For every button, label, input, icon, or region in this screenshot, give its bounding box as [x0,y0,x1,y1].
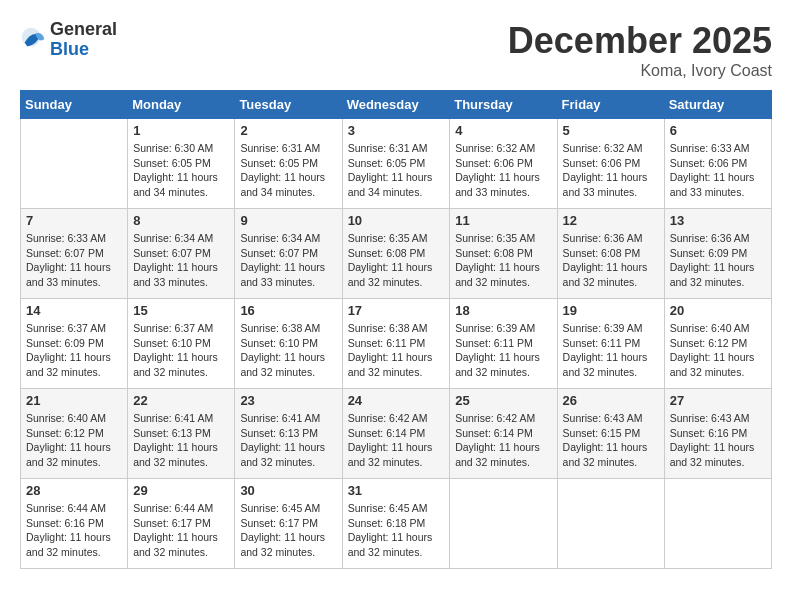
day-cell: 6Sunrise: 6:33 AMSunset: 6:06 PMDaylight… [664,119,771,209]
day-cell: 16Sunrise: 6:38 AMSunset: 6:10 PMDayligh… [235,299,342,389]
day-number: 28 [26,483,122,498]
day-cell: 23Sunrise: 6:41 AMSunset: 6:13 PMDayligh… [235,389,342,479]
day-cell: 31Sunrise: 6:45 AMSunset: 6:18 PMDayligh… [342,479,450,569]
day-cell: 30Sunrise: 6:45 AMSunset: 6:17 PMDayligh… [235,479,342,569]
week-row-3: 14Sunrise: 6:37 AMSunset: 6:09 PMDayligh… [21,299,772,389]
day-info: Sunrise: 6:32 AMSunset: 6:06 PMDaylight:… [563,141,659,200]
header-day-wednesday: Wednesday [342,91,450,119]
day-info: Sunrise: 6:35 AMSunset: 6:08 PMDaylight:… [455,231,551,290]
week-row-5: 28Sunrise: 6:44 AMSunset: 6:16 PMDayligh… [21,479,772,569]
day-cell: 28Sunrise: 6:44 AMSunset: 6:16 PMDayligh… [21,479,128,569]
week-row-4: 21Sunrise: 6:40 AMSunset: 6:12 PMDayligh… [21,389,772,479]
day-info: Sunrise: 6:36 AMSunset: 6:09 PMDaylight:… [670,231,766,290]
logo-blue: Blue [50,39,89,59]
day-info: Sunrise: 6:45 AMSunset: 6:18 PMDaylight:… [348,501,445,560]
day-cell [664,479,771,569]
day-info: Sunrise: 6:34 AMSunset: 6:07 PMDaylight:… [240,231,336,290]
day-info: Sunrise: 6:32 AMSunset: 6:06 PMDaylight:… [455,141,551,200]
day-cell: 4Sunrise: 6:32 AMSunset: 6:06 PMDaylight… [450,119,557,209]
day-number: 13 [670,213,766,228]
title-block: December 2025 Koma, Ivory Coast [508,20,772,80]
day-info: Sunrise: 6:37 AMSunset: 6:09 PMDaylight:… [26,321,122,380]
day-number: 26 [563,393,659,408]
day-info: Sunrise: 6:30 AMSunset: 6:05 PMDaylight:… [133,141,229,200]
day-cell: 21Sunrise: 6:40 AMSunset: 6:12 PMDayligh… [21,389,128,479]
location-title: Koma, Ivory Coast [508,62,772,80]
page-header: General Blue December 2025 Koma, Ivory C… [20,20,772,80]
day-cell: 29Sunrise: 6:44 AMSunset: 6:17 PMDayligh… [128,479,235,569]
day-info: Sunrise: 6:45 AMSunset: 6:17 PMDaylight:… [240,501,336,560]
day-cell: 14Sunrise: 6:37 AMSunset: 6:09 PMDayligh… [21,299,128,389]
day-info: Sunrise: 6:42 AMSunset: 6:14 PMDaylight:… [455,411,551,470]
day-number: 27 [670,393,766,408]
day-number: 25 [455,393,551,408]
day-info: Sunrise: 6:42 AMSunset: 6:14 PMDaylight:… [348,411,445,470]
day-number: 30 [240,483,336,498]
day-number: 15 [133,303,229,318]
logo-icon [20,26,48,54]
day-cell: 15Sunrise: 6:37 AMSunset: 6:10 PMDayligh… [128,299,235,389]
header-day-tuesday: Tuesday [235,91,342,119]
day-number: 19 [563,303,659,318]
day-info: Sunrise: 6:44 AMSunset: 6:17 PMDaylight:… [133,501,229,560]
calendar-table: SundayMondayTuesdayWednesdayThursdayFrid… [20,90,772,569]
day-number: 6 [670,123,766,138]
day-info: Sunrise: 6:35 AMSunset: 6:08 PMDaylight:… [348,231,445,290]
day-number: 4 [455,123,551,138]
day-number: 17 [348,303,445,318]
header-day-friday: Friday [557,91,664,119]
day-cell: 26Sunrise: 6:43 AMSunset: 6:15 PMDayligh… [557,389,664,479]
header-day-saturday: Saturday [664,91,771,119]
day-cell: 12Sunrise: 6:36 AMSunset: 6:08 PMDayligh… [557,209,664,299]
day-number: 21 [26,393,122,408]
day-number: 8 [133,213,229,228]
day-number: 24 [348,393,445,408]
day-info: Sunrise: 6:37 AMSunset: 6:10 PMDaylight:… [133,321,229,380]
day-cell: 24Sunrise: 6:42 AMSunset: 6:14 PMDayligh… [342,389,450,479]
day-number: 11 [455,213,551,228]
day-number: 16 [240,303,336,318]
day-cell: 9Sunrise: 6:34 AMSunset: 6:07 PMDaylight… [235,209,342,299]
day-number: 10 [348,213,445,228]
day-cell: 13Sunrise: 6:36 AMSunset: 6:09 PMDayligh… [664,209,771,299]
day-number: 2 [240,123,336,138]
day-number: 31 [348,483,445,498]
day-info: Sunrise: 6:43 AMSunset: 6:15 PMDaylight:… [563,411,659,470]
day-number: 23 [240,393,336,408]
day-number: 5 [563,123,659,138]
day-cell: 1Sunrise: 6:30 AMSunset: 6:05 PMDaylight… [128,119,235,209]
month-title: December 2025 [508,20,772,62]
day-info: Sunrise: 6:43 AMSunset: 6:16 PMDaylight:… [670,411,766,470]
day-info: Sunrise: 6:36 AMSunset: 6:08 PMDaylight:… [563,231,659,290]
day-number: 14 [26,303,122,318]
day-info: Sunrise: 6:31 AMSunset: 6:05 PMDaylight:… [348,141,445,200]
week-row-1: 1Sunrise: 6:30 AMSunset: 6:05 PMDaylight… [21,119,772,209]
day-cell: 27Sunrise: 6:43 AMSunset: 6:16 PMDayligh… [664,389,771,479]
day-info: Sunrise: 6:38 AMSunset: 6:11 PMDaylight:… [348,321,445,380]
day-info: Sunrise: 6:40 AMSunset: 6:12 PMDaylight:… [26,411,122,470]
day-info: Sunrise: 6:31 AMSunset: 6:05 PMDaylight:… [240,141,336,200]
day-cell: 25Sunrise: 6:42 AMSunset: 6:14 PMDayligh… [450,389,557,479]
day-number: 20 [670,303,766,318]
day-info: Sunrise: 6:38 AMSunset: 6:10 PMDaylight:… [240,321,336,380]
day-cell: 5Sunrise: 6:32 AMSunset: 6:06 PMDaylight… [557,119,664,209]
day-cell: 8Sunrise: 6:34 AMSunset: 6:07 PMDaylight… [128,209,235,299]
logo: General Blue [20,20,117,60]
day-cell: 2Sunrise: 6:31 AMSunset: 6:05 PMDaylight… [235,119,342,209]
day-cell: 7Sunrise: 6:33 AMSunset: 6:07 PMDaylight… [21,209,128,299]
day-cell: 17Sunrise: 6:38 AMSunset: 6:11 PMDayligh… [342,299,450,389]
day-info: Sunrise: 6:40 AMSunset: 6:12 PMDaylight:… [670,321,766,380]
header-row: SundayMondayTuesdayWednesdayThursdayFrid… [21,91,772,119]
day-info: Sunrise: 6:41 AMSunset: 6:13 PMDaylight:… [240,411,336,470]
day-cell [450,479,557,569]
day-cell [21,119,128,209]
header-day-sunday: Sunday [21,91,128,119]
day-number: 18 [455,303,551,318]
day-info: Sunrise: 6:39 AMSunset: 6:11 PMDaylight:… [455,321,551,380]
day-number: 7 [26,213,122,228]
day-cell: 11Sunrise: 6:35 AMSunset: 6:08 PMDayligh… [450,209,557,299]
day-info: Sunrise: 6:39 AMSunset: 6:11 PMDaylight:… [563,321,659,380]
header-day-monday: Monday [128,91,235,119]
day-info: Sunrise: 6:44 AMSunset: 6:16 PMDaylight:… [26,501,122,560]
day-cell: 20Sunrise: 6:40 AMSunset: 6:12 PMDayligh… [664,299,771,389]
